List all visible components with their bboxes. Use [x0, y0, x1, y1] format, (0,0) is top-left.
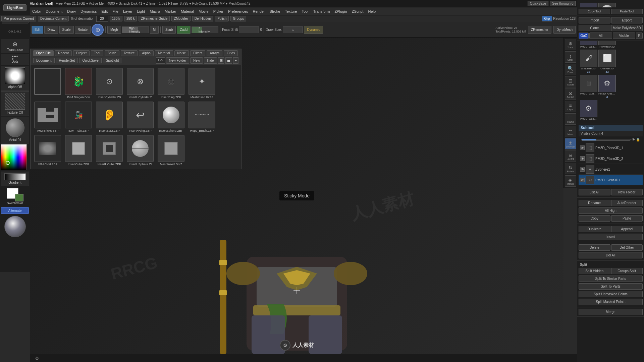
r-btn[interactable]: R	[636, 33, 643, 39]
rtool-transpose[interactable]: ⊕ Trans	[565, 39, 576, 50]
tab-material[interactable]: Material	[155, 50, 173, 56]
menu-item-picker[interactable]: Picker	[211, 9, 226, 14]
decimate-btn[interactable]: Decimate Current	[38, 16, 69, 21]
alpha-btn[interactable]: Alpha Off	[1, 66, 29, 90]
menu-item-edit[interactable]: Edit	[99, 9, 110, 14]
del-hidden-btn[interactable]: Del Hidden	[192, 16, 213, 21]
dynamic-btn[interactable]: Dynamic	[304, 26, 323, 34]
all-high-btn[interactable]: All High	[579, 207, 643, 214]
split-hidden-btn[interactable]: Split Hidden	[579, 268, 610, 274]
grid-view-icon[interactable]: ☰	[225, 57, 232, 64]
transpose-btn[interactable]: ⊕ Transpose	[1, 39, 29, 53]
copy-tool-btn[interactable]: Copy Tool	[579, 9, 610, 14]
menu-item-tool[interactable]: Tool	[299, 9, 311, 14]
menu-item-zscript[interactable]: ZScript	[350, 9, 366, 14]
rgb-intensity-slider[interactable]: Rgb Intensity	[122, 26, 149, 33]
split-unmasked-btn[interactable]: Split Unmasked Points	[579, 291, 643, 297]
rename-btn[interactable]: Rename	[579, 200, 610, 206]
draw-size-slider[interactable]: 1	[283, 26, 303, 33]
tab-arrays[interactable]: Arrays	[207, 50, 222, 56]
menu-item-light[interactable]: Light	[135, 9, 148, 14]
rtool-rotate[interactable]: ↻ Rotate	[565, 163, 576, 174]
menu-item-zplugin[interactable]: ZPlugin	[332, 9, 349, 14]
split-similar-btn[interactable]: Split To Similar Parts	[579, 276, 643, 282]
menu-item-movie[interactable]: Movie	[196, 9, 211, 14]
del-other-btn[interactable]: Del Other	[611, 244, 643, 251]
k250-btn[interactable]: 250 k	[124, 16, 137, 21]
visible-btn[interactable]: Visible	[613, 33, 636, 39]
color-sphere-preview[interactable]	[4, 216, 26, 237]
brush-item-imm-dragon[interactable]: 🐉 IMM Dragen Bon	[63, 67, 94, 100]
split-masked-btn[interactable]: Split Masked Points	[579, 299, 643, 305]
tab-brush[interactable]: Brush	[105, 50, 119, 56]
zremesherguide-btn[interactable]: ZRemesherGuide	[139, 16, 170, 21]
rtool-actual[interactable]: ⊡ Actual	[565, 76, 576, 87]
zmodeler-btn[interactable]: ZModeler	[171, 16, 190, 21]
menu-item-stroke[interactable]: Stroke	[267, 9, 283, 14]
rtool-move[interactable]: ↔ Move	[565, 126, 576, 137]
menu-item-macro[interactable]: Macro	[147, 9, 162, 14]
menu-item-render[interactable]: Render	[251, 9, 267, 14]
tab-alpha[interactable]: Alpha	[139, 50, 154, 56]
merge-btn[interactable]: Merge	[579, 309, 643, 315]
zremesher-btn[interactable]: ZRemesher	[528, 26, 551, 34]
brush-item-meshinsertdot[interactable]: MeshInsert.DotZ	[156, 134, 186, 167]
brush-item-hring[interactable]: ↩ InsertHRing.ZBP	[125, 101, 155, 133]
groups-btn[interactable]: Groups	[230, 16, 246, 21]
see-through[interactable]: See-through 0	[550, 1, 576, 6]
hide-btn[interactable]: Hide	[204, 57, 217, 64]
tab-tool[interactable]: Tool	[91, 50, 103, 56]
eye-zsphere[interactable]: 👁	[580, 167, 585, 172]
brush-item-bricks[interactable]: IMM Bricks.ZBP	[33, 101, 63, 133]
list-all-btn[interactable]: List All	[579, 189, 610, 195]
tab-spotlight[interactable]: Spotlight	[103, 58, 122, 63]
polish-btn[interactable]: Polish	[215, 16, 229, 21]
edit-btn[interactable]: Edit	[32, 26, 43, 34]
append-btn[interactable]: Append	[611, 226, 643, 232]
duplicate-btn[interactable]: Duplicate	[579, 226, 610, 232]
menu-item-material[interactable]: Material	[178, 9, 196, 14]
brush-item-ring[interactable]: ○ InsertRing.ZBP	[156, 67, 186, 100]
tab-noise[interactable]: Noise	[174, 50, 189, 56]
subtool-slider1[interactable]	[581, 139, 631, 141]
color-picker-btn[interactable]	[1, 144, 29, 171]
menu-item-help[interactable]: Help	[366, 9, 378, 14]
brush-item-insertcube[interactable]: InsertCube.ZBP	[63, 134, 94, 167]
rtool-scroll[interactable]: ↕ Scroll	[565, 51, 576, 63]
eye-gear[interactable]: 👁	[580, 178, 585, 182]
rtool-transp[interactable]: ◈ Transp	[565, 175, 576, 187]
grp-btn[interactable]: Grp	[542, 16, 552, 21]
split-parts-btn[interactable]: Split To Parts	[579, 283, 643, 290]
delete-btn[interactable]: Delete	[579, 244, 610, 251]
tab-texture[interactable]: Texture	[121, 50, 138, 56]
brush-item-rope[interactable]: 〰〰 Rope_Brush.ZBP	[187, 101, 217, 133]
decimation-input[interactable]	[96, 16, 108, 22]
import-btn[interactable]: Import	[579, 17, 610, 23]
brush-item-train[interactable]: 🚂 IMM Train.ZBP	[63, 101, 94, 133]
brush-item-sphere[interactable]: InsertSphere.ZBF	[156, 101, 186, 133]
subtool-zsphere[interactable]: 👁 ● ZSphere1	[579, 164, 643, 175]
scale-btn[interactable]: Scale	[59, 26, 74, 34]
menu-item-draw[interactable]: Draw	[65, 9, 78, 14]
z-intensity-slider[interactable]: Z Intensity	[192, 26, 218, 33]
list-view-icon[interactable]: ⊞	[218, 57, 224, 64]
tab-grids[interactable]: Grids	[224, 50, 238, 56]
menu-item-color[interactable]: Color	[30, 9, 43, 14]
del-all-btn[interactable]: Del All	[579, 252, 643, 258]
rotate-btn[interactable]: Rotate	[75, 26, 91, 34]
focal-slider[interactable]	[239, 26, 259, 33]
tool-pm3dgear-d[interactable]: ⚙ PM3D_Gear3D1	[580, 100, 597, 120]
tab-recent[interactable]: Recent	[55, 50, 72, 56]
goz-btn[interactable]: GoZ	[579, 33, 589, 39]
material-btn[interactable]: Metal 01	[1, 117, 29, 143]
dynamesh-btn[interactable]: DynaMesh	[553, 26, 576, 34]
eye-plane2[interactable]: 👁	[580, 156, 585, 161]
subtool-gear[interactable]: 👁 ⚙ PM3D_Gear3D1	[579, 175, 643, 185]
quick-save-btn[interactable]: QuickSave	[528, 1, 548, 6]
groups-split-btn[interactable]: Groups Split	[611, 268, 643, 274]
brush-item-ear[interactable]: 👂 InsertEar2.ZBP	[94, 101, 124, 133]
rtool-aahalf[interactable]: ⊠ AAHalf	[565, 88, 576, 100]
menu-item-file[interactable]: File	[110, 9, 121, 14]
tool-simplebrush[interactable]: 🖌 SimpleBrush 37	[580, 50, 597, 73]
new-btn[interactable]: New	[190, 57, 203, 64]
